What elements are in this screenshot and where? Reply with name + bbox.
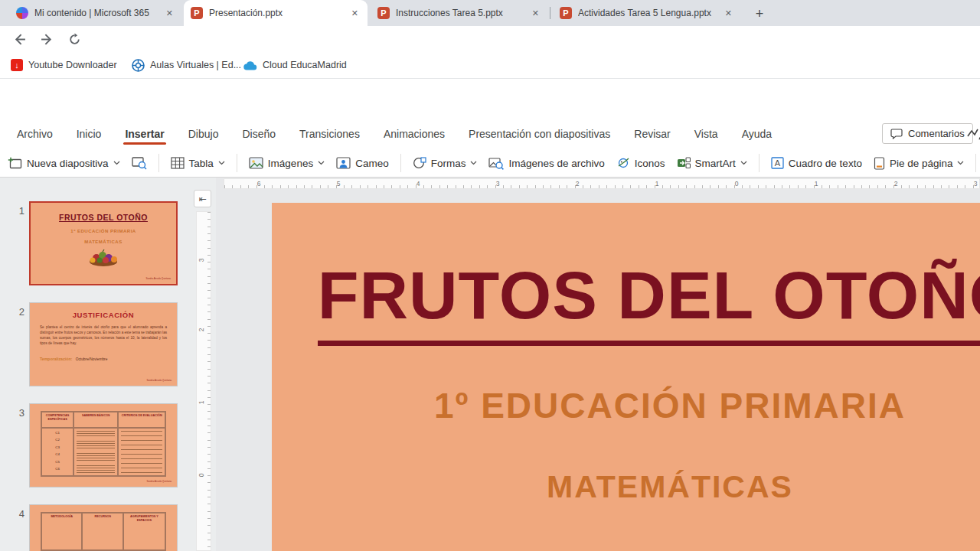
table-text-lines	[121, 431, 162, 473]
tab-diseno[interactable]: Diseño	[240, 120, 277, 148]
icons-icon	[616, 157, 630, 169]
reuse-slides-button[interactable]	[132, 156, 147, 170]
comments-button[interactable]: Comentarios	[882, 123, 973, 144]
ruler-number: 3	[496, 180, 500, 187]
bookmark-cloud-educamadrid[interactable]: Cloud EducaMadrid	[243, 57, 347, 73]
tab-title: Actividades Tarea 5 Lengua.pptx	[578, 8, 717, 18]
browser-address-bar: educa2madrid-my.sharepoint.com/:p:/r/per…	[0, 26, 980, 52]
tab-title: Mi contenido | Microsoft 365	[34, 8, 158, 18]
new-slide-icon	[8, 157, 22, 170]
ruler-number: 1	[655, 180, 659, 187]
powerpoint-icon: P	[377, 7, 390, 19]
slide-subtitle-subject[interactable]: MATEMÁTICAS	[272, 469, 980, 505]
tab-ayuda[interactable]: Ayuda	[740, 120, 773, 148]
cloud-icon	[243, 60, 257, 70]
cameo-button[interactable]: Cameo	[336, 157, 389, 169]
slide-thumbnail-4[interactable]: METODOLOGÍA RECURSOS AGRUPAMIENTOS Y ESP…	[29, 504, 178, 551]
slide-number: 3	[11, 407, 24, 419]
table-button[interactable]: Tabla	[171, 157, 225, 169]
comments-label: Comentarios	[908, 128, 965, 139]
slide-canvas[interactable]: FRUTOS DEL OTOÑO 1º EDUCACIÓN PRIMARIA M…	[272, 203, 980, 551]
browser-tab-m365[interactable]: Mi contenido | Microsoft 365 ✕	[9, 0, 182, 26]
bookmarks-bar: ↓ Youtube Downloader Aulas Virtuales | E…	[0, 52, 980, 79]
tab-animaciones[interactable]: Animaciones	[382, 120, 446, 148]
tab-vista[interactable]: Vista	[693, 120, 720, 148]
thumb-body-text: Se plantea el centro de interés del otoñ…	[40, 324, 167, 346]
row-label: C6	[55, 467, 60, 471]
slide-thumbnail-2[interactable]: JUSTIFICACIÓN Se plantea el centro de in…	[29, 302, 178, 386]
tab-insertar[interactable]: Insertar	[123, 120, 165, 148]
smartart-button[interactable]: SmartArt	[677, 157, 747, 169]
close-icon[interactable]: ✕	[530, 8, 541, 19]
row-label: C3	[55, 445, 60, 449]
ruler-number: 2	[198, 328, 205, 332]
comment-icon	[890, 129, 903, 139]
ruler-number: 6	[257, 180, 261, 187]
new-tab-button[interactable]: +	[750, 5, 769, 23]
forward-button[interactable]	[37, 29, 57, 49]
svg-text:A: A	[775, 158, 781, 168]
slide-number: 4	[11, 508, 24, 520]
bookmark-aulas-virtuales[interactable]: Aulas Virtuales | Ed...	[132, 57, 241, 73]
textbox-button[interactable]: A Cuadro de texto	[771, 157, 862, 169]
chevron-down-icon	[470, 161, 477, 165]
tab-revisar[interactable]: Revisar	[632, 120, 671, 148]
ruler-number: 0	[198, 474, 205, 478]
reload-button[interactable]	[64, 29, 84, 49]
toolbar-separator	[759, 154, 760, 172]
close-icon[interactable]: ✕	[164, 8, 175, 19]
tab-separator	[550, 7, 550, 19]
chevron-down-icon	[318, 161, 325, 165]
powerpoint-icon: P	[560, 7, 572, 19]
image-icon	[249, 157, 263, 169]
fruit-image	[86, 248, 121, 266]
table-header: RECURSOS	[82, 513, 122, 550]
row-label: C2	[55, 438, 60, 442]
tab-transiciones[interactable]: Transiciones	[298, 120, 361, 148]
browser-tab-actividades[interactable]: P Actividades Tarea 5 Lengua.pptx ✕	[553, 0, 741, 26]
toolbar-separator	[975, 154, 976, 172]
vertical-ruler: 3 2 1 0	[196, 211, 211, 551]
shapes-button[interactable]: Formas	[413, 157, 478, 169]
tab-dibujo[interactable]: Dibujo	[187, 120, 220, 148]
table-header: SABERES BÁSICOS	[74, 412, 118, 428]
slide-number: 1	[11, 205, 24, 217]
workspace: 6 5 4 3 2 1 0 1 2 3 ⇤ 3 2 1 0 1 FRUTOS D…	[0, 178, 980, 551]
chevron-down-icon	[218, 161, 225, 165]
slide-number: 2	[11, 306, 24, 318]
ruler-number: 2	[576, 180, 580, 187]
author-signature: Sandra Ansola Quintana	[146, 480, 172, 483]
close-icon[interactable]: ✕	[723, 8, 734, 19]
slide-thumbnail-1[interactable]: FRUTOS DEL OTOÑO 1º EDUCACIÓN PRIMARIA M…	[29, 201, 178, 285]
row-label: C5	[55, 460, 60, 464]
bookmark-youtube-downloader[interactable]: ↓ Youtube Downloader	[11, 57, 117, 73]
thumb-subtitle: 1º EDUCACIÓN PRIMARIA	[31, 229, 176, 233]
close-icon[interactable]: ✕	[349, 8, 361, 19]
toolbar-separator	[158, 154, 159, 172]
slide-subtitle-grade[interactable]: 1º EDUCACIÓN PRIMARIA	[272, 385, 980, 426]
stock-images-button[interactable]: Imágenes de archivo	[488, 157, 604, 170]
images-button[interactable]: Imágenes	[249, 157, 325, 169]
new-slide-button[interactable]: Nueva diapositiva	[8, 157, 120, 170]
icons-button[interactable]: Iconos	[616, 157, 665, 169]
collapse-thumbnail-pane-button[interactable]: ⇤	[194, 190, 211, 207]
table-header: METODOLOGÍA	[41, 513, 82, 550]
ruler-number: 0	[735, 180, 739, 187]
bookmark-label: Youtube Downloader	[28, 60, 117, 70]
editing-mode-icon[interactable]	[966, 125, 980, 143]
row-label: C1	[55, 431, 60, 435]
tab-presentacion-con-diapositivas[interactable]: Presentación con diapositivas	[467, 120, 612, 148]
browser-tab-instrucciones[interactable]: P Instrucciones Tarea 5.pptx ✕	[371, 0, 548, 26]
footer-button[interactable]: Pie de página	[874, 157, 965, 170]
back-button[interactable]	[9, 29, 29, 49]
browser-tab-presentacion[interactable]: P Presentación.pptx ✕	[184, 0, 368, 26]
smartart-icon	[677, 157, 691, 169]
tab-archivo[interactable]: Archivo	[15, 120, 54, 148]
tab-title: Presentación.pptx	[209, 8, 343, 18]
slide-title[interactable]: FRUTOS DEL OTOÑO	[272, 256, 980, 346]
ruler-number: 3	[974, 180, 978, 187]
ruler-number: 1	[198, 401, 205, 405]
slide-thumbnail-3[interactable]: COMPETENCIAS ESPECÍFICAS SABERES BÁSICOS…	[29, 403, 178, 487]
tab-inicio[interactable]: Inicio	[75, 120, 103, 148]
ruler-number: 5	[337, 180, 341, 187]
